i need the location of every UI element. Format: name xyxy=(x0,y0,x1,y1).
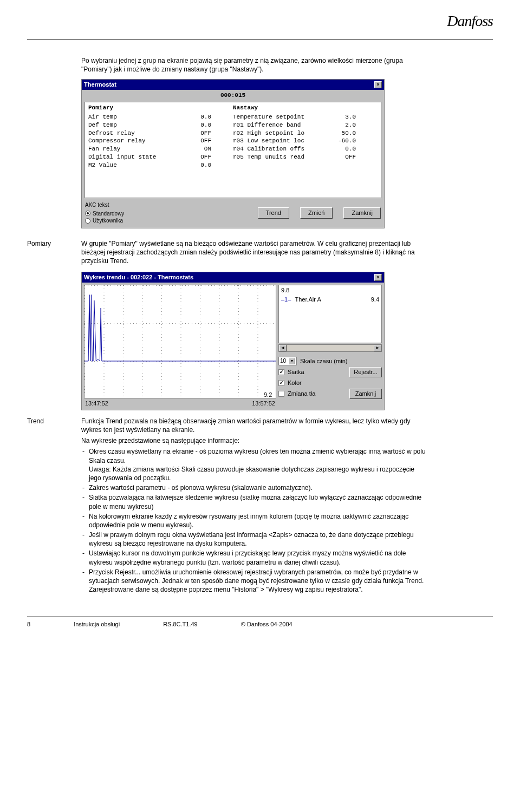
svg-rect-267 xyxy=(219,334,220,335)
scroll-left-icon[interactable]: ◄ xyxy=(279,345,287,351)
svg-rect-348 xyxy=(258,363,258,364)
svg-rect-96 xyxy=(123,363,123,364)
svg-rect-19 xyxy=(84,347,85,348)
svg-rect-284 xyxy=(219,389,220,390)
svg-rect-99 xyxy=(123,373,123,374)
trend-window: Wykres trendu - 002:022 - Thermostats × … xyxy=(81,272,385,410)
nastawy-row[interactable]: r01 Difference band2.0 xyxy=(233,121,378,129)
pomiary-row[interactable]: Defrost relayOFF xyxy=(88,129,233,137)
svg-rect-235 xyxy=(200,347,200,348)
svg-rect-490 xyxy=(195,323,196,324)
close-button[interactable]: Zamknij xyxy=(343,207,381,219)
checkbox-zmiana-tla[interactable] xyxy=(278,391,284,397)
svg-rect-74 xyxy=(123,292,123,292)
svg-rect-221 xyxy=(200,302,200,302)
svg-rect-397 xyxy=(88,285,88,286)
akc-tekst-radio-group: AKC tekst Standardowy Użytkownika xyxy=(85,201,124,225)
svg-rect-317 xyxy=(238,379,239,380)
footer-doc-code: RS.8C.T1.49 xyxy=(163,620,198,628)
svg-rect-147 xyxy=(161,295,162,296)
svg-rect-194 xyxy=(181,331,181,331)
svg-rect-76 xyxy=(123,298,123,299)
scroll-right-icon[interactable]: ► xyxy=(374,345,381,351)
radio-standardowy[interactable]: Standardowy xyxy=(85,210,124,218)
legend-index: –1– xyxy=(281,296,291,303)
close-trend-button[interactable]: Zamknij xyxy=(349,389,382,399)
svg-rect-208 xyxy=(181,376,181,377)
svg-rect-269 xyxy=(219,340,220,341)
svg-rect-357 xyxy=(258,392,258,393)
trend-info-item: Okres czasu wyświetlany na ekranie - oś … xyxy=(81,447,428,482)
svg-rect-61 xyxy=(104,366,105,367)
svg-rect-446 xyxy=(247,285,248,286)
time-scale-dropdown[interactable]: 10 ▼ xyxy=(278,357,297,365)
trend-chart[interactable] xyxy=(84,285,276,398)
svg-rect-498 xyxy=(221,323,222,324)
pomiary-row[interactable]: Def temp0.0 xyxy=(88,121,233,129)
svg-rect-482 xyxy=(169,323,170,324)
nastawy-column-header: Nastawy xyxy=(233,104,378,112)
pomiary-row[interactable]: Compressor relayOFF xyxy=(88,137,233,145)
checkbox-kolor[interactable]: ✔ xyxy=(278,380,284,386)
pomiary-row[interactable]: M2 Value0.0 xyxy=(88,161,233,169)
svg-rect-252 xyxy=(219,285,220,286)
nastawy-row[interactable]: r04 Calibration offs0.0 xyxy=(233,145,378,153)
svg-rect-50 xyxy=(104,331,105,331)
nastawy-row[interactable]: r03 Low setpoint loc-60.0 xyxy=(233,137,378,145)
svg-rect-172 xyxy=(161,376,162,377)
svg-rect-58 xyxy=(104,357,105,357)
nastawy-row[interactable]: r02 High setpoint lo50.0 xyxy=(233,129,378,137)
svg-rect-290 xyxy=(238,292,239,292)
svg-rect-496 xyxy=(214,323,215,324)
svg-rect-289 xyxy=(238,289,239,289)
svg-rect-419 xyxy=(159,285,160,286)
svg-rect-268 xyxy=(219,337,220,338)
pomiary-section-text: W grupie "Pomiary" wyświetlane są na bie… xyxy=(81,239,428,266)
svg-rect-411 xyxy=(133,285,134,286)
pomiary-row[interactable]: Fan relayON xyxy=(88,145,233,153)
horizontal-scrollbar[interactable]: ◄ ► xyxy=(278,344,382,352)
thermostat-button-row: Trend Zmień Zamknij xyxy=(258,207,381,219)
pomiary-row[interactable]: Digital input stateOFF xyxy=(88,153,233,161)
svg-rect-275 xyxy=(219,360,220,361)
svg-rect-197 xyxy=(181,340,181,341)
trend-button[interactable]: Trend xyxy=(258,207,289,219)
parameter-panel: Pomiary Air temp0.0Def temp0.0Defrost re… xyxy=(84,102,381,198)
scroll-track[interactable] xyxy=(287,345,374,351)
nastawy-row[interactable]: Temperature setpoint3.0 xyxy=(233,113,378,121)
svg-rect-264 xyxy=(219,324,220,325)
svg-rect-305 xyxy=(238,340,239,341)
svg-rect-280 xyxy=(219,376,220,377)
svg-rect-286 xyxy=(219,396,220,396)
nastawy-row[interactable]: r05 Temp unuits readOFF xyxy=(233,153,378,161)
svg-rect-306 xyxy=(238,344,239,344)
pomiary-row[interactable]: Air temp0.0 xyxy=(88,113,233,121)
svg-rect-273 xyxy=(219,353,220,354)
svg-rect-246 xyxy=(200,383,200,383)
svg-rect-53 xyxy=(104,340,105,341)
change-button[interactable]: Zmień xyxy=(300,207,333,219)
svg-rect-193 xyxy=(181,328,181,328)
svg-rect-174 xyxy=(161,383,162,383)
svg-rect-102 xyxy=(123,383,123,383)
close-icon[interactable]: × xyxy=(374,81,382,88)
checkbox-siatka[interactable]: ✔ xyxy=(278,369,284,375)
svg-rect-472 xyxy=(136,323,137,324)
svg-rect-192 xyxy=(181,324,181,325)
svg-rect-23 xyxy=(84,360,85,361)
svg-rect-156 xyxy=(161,324,162,325)
radio-uzytkownika[interactable]: Użytkownika xyxy=(85,217,124,225)
svg-rect-450 xyxy=(260,285,261,286)
record-button[interactable]: Rejestr... xyxy=(349,367,382,377)
close-icon[interactable]: × xyxy=(374,274,382,281)
svg-rect-255 xyxy=(219,295,220,296)
trend-info-item: Zakres wartości parametru - oś pionowa w… xyxy=(81,483,428,492)
svg-rect-424 xyxy=(176,285,176,286)
trend-right-pane: 9.8 –1– Ther.Air A 9.4 ◄ ► xyxy=(278,285,382,408)
svg-rect-232 xyxy=(200,337,200,338)
svg-rect-437 xyxy=(218,285,218,286)
svg-rect-112 xyxy=(142,298,143,299)
svg-rect-396 xyxy=(84,285,85,286)
svg-rect-464 xyxy=(110,323,111,324)
svg-rect-513 xyxy=(270,323,270,324)
